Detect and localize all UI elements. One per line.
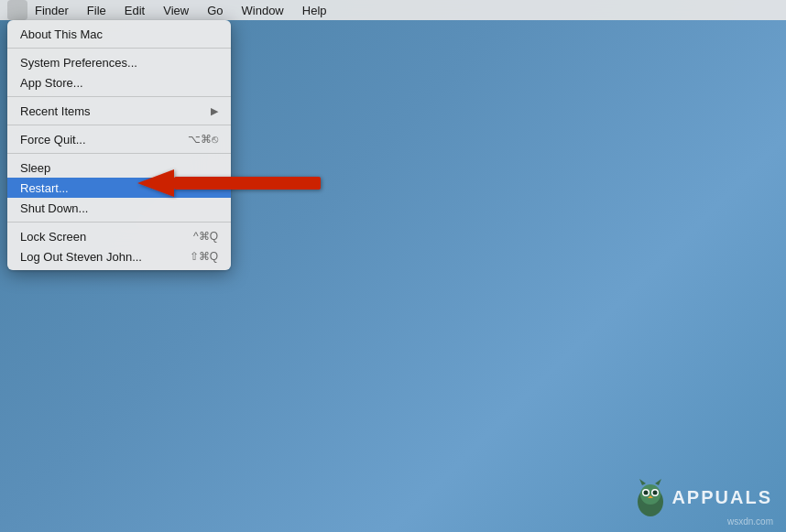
menubar-help[interactable]: Help — [295, 2, 334, 19]
menubar-window[interactable]: Window — [235, 2, 291, 19]
menu-item-system-prefs-label: System Preferences... — [20, 56, 218, 70]
menu-separator-3 — [7, 125, 231, 125]
menu-item-log-out-label: Log Out Steven John... — [20, 250, 190, 264]
menu-item-force-quit-label: Force Quit... — [20, 133, 188, 147]
menubar-go[interactable]: Go — [200, 2, 230, 19]
lock-screen-shortcut: ^⌘Q — [193, 230, 218, 243]
menu-item-system-prefs[interactable]: System Preferences... — [7, 52, 231, 72]
menubar-finder[interactable]: Finder — [27, 2, 76, 19]
menu-item-about[interactable]: About This Mac — [7, 24, 231, 44]
submenu-arrow-icon: ▶ — [211, 105, 218, 117]
menubar: Finder File Edit View Go Window Help — [0, 0, 786, 20]
menu-item-recent-items-label: Recent Items — [20, 104, 211, 118]
menu-item-lock-screen-label: Lock Screen — [20, 230, 193, 244]
apple-menu-button[interactable] — [7, 0, 27, 20]
menu-item-lock-screen[interactable]: Lock Screen ^⌘Q — [7, 226, 231, 246]
svg-point-8 — [653, 491, 658, 495]
menu-separator-1 — [7, 48, 231, 49]
menu-item-shut-down[interactable]: Shut Down... — [7, 198, 231, 218]
menu-separator-4 — [7, 153, 231, 154]
svg-marker-10 — [639, 479, 646, 485]
apple-dropdown-menu: About This Mac System Preferences... App… — [7, 20, 231, 270]
menu-separator-2 — [7, 96, 231, 97]
svg-point-7 — [644, 491, 649, 495]
menu-item-sleep[interactable]: Sleep — [7, 157, 231, 178]
appuals-icon — [631, 476, 670, 518]
menu-item-app-store[interactable]: App Store... — [7, 72, 231, 92]
menu-separator-5 — [7, 222, 231, 223]
menu-item-restart[interactable]: Restart... — [7, 178, 231, 198]
watermark: wsxdn.com — [727, 512, 773, 528]
desktop: Finder File Edit View Go Window Help Abo… — [0, 0, 786, 532]
menu-item-about-label: About This Mac — [20, 27, 218, 41]
svg-marker-11 — [655, 479, 661, 485]
menu-item-force-quit[interactable]: Force Quit... ⌥⌘⎋ — [7, 129, 231, 149]
menubar-file[interactable]: File — [80, 2, 114, 19]
menu-item-app-store-label: App Store... — [20, 76, 218, 90]
force-quit-shortcut: ⌥⌘⎋ — [188, 133, 218, 146]
log-out-shortcut: ⇧⌘Q — [190, 250, 218, 263]
menubar-edit[interactable]: Edit — [117, 2, 152, 19]
menu-item-restart-label: Restart... — [20, 181, 218, 195]
watermark-text: wsxdn.com — [727, 516, 773, 527]
appuals-text: APPUALS — [671, 487, 772, 508]
menu-item-recent-items[interactable]: Recent Items ▶ — [7, 101, 231, 121]
menubar-view[interactable]: View — [156, 2, 196, 19]
menu-item-sleep-label: Sleep — [20, 161, 218, 175]
menu-item-log-out[interactable]: Log Out Steven John... ⇧⌘Q — [7, 246, 231, 266]
menubar-items: Finder File Edit View Go Window Help — [27, 2, 334, 19]
menu-item-shut-down-label: Shut Down... — [20, 201, 218, 215]
